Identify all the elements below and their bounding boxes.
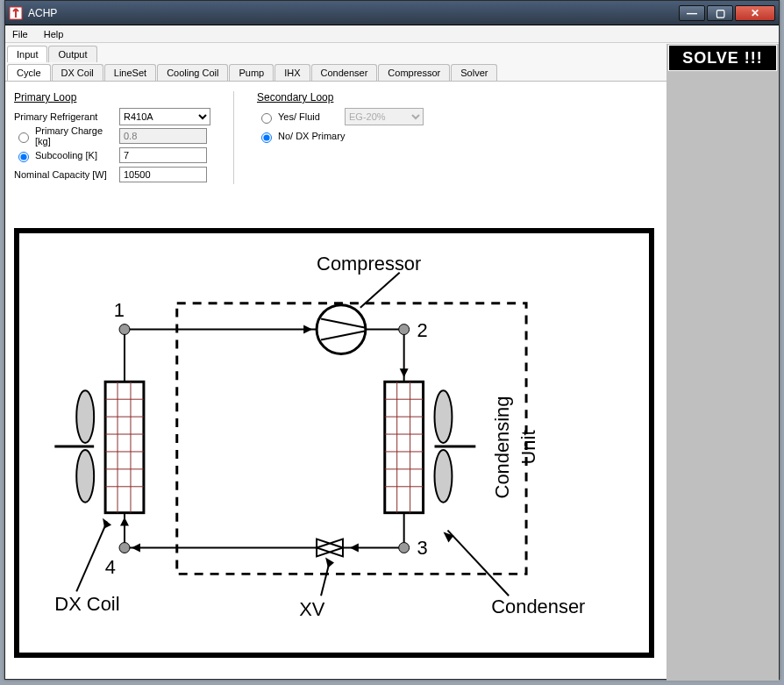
svg-point-10	[119, 325, 130, 335]
primary-loop-group: Primary Loop Primary Refrigerant R410A P…	[14, 91, 210, 184]
svg-text:3: 3	[417, 537, 428, 559]
tab-dxcoil[interactable]: DX Coil	[52, 64, 103, 81]
svg-text:Condenser: Condenser	[491, 596, 585, 617]
secondary-yes-radio[interactable]	[261, 113, 272, 124]
secondary-no-radio[interactable]	[261, 132, 272, 143]
svg-text:1: 1	[114, 299, 125, 321]
capacity-label: Nominal Capacity [W]	[14, 169, 119, 180]
content-area: Primary Loop Primary Refrigerant R410A P…	[5, 82, 668, 667]
svg-text:DX Coil: DX Coil	[54, 593, 119, 615]
subcooling-label[interactable]: Subcooling [K]	[14, 149, 119, 162]
solve-panel: SOLVE !!!	[666, 44, 779, 681]
secondary-no-label[interactable]: No/ DX Primary	[257, 130, 362, 143]
close-button[interactable]: ✕	[735, 5, 775, 21]
tab-compressor[interactable]: Compressor	[378, 64, 450, 81]
tab-input[interactable]: Input	[7, 46, 47, 62]
svg-text:2: 2	[417, 319, 428, 341]
refrigerant-label: Primary Refrigerant	[14, 111, 119, 122]
tab-coolingcoil[interactable]: Cooling Coil	[157, 64, 228, 81]
condenser-icon	[385, 382, 476, 512]
minimize-button[interactable]: —	[679, 5, 705, 21]
app-window: ACHP — ▢ ✕ File Help Input Output Cycle …	[4, 0, 780, 680]
top-tabs: Input Output	[5, 43, 779, 62]
charge-label[interactable]: Primary Charge [kg]	[14, 125, 119, 146]
tab-cycle[interactable]: Cycle	[7, 64, 51, 81]
menubar: File Help	[5, 25, 779, 43]
secondary-fluid-select: EG-20%	[345, 108, 424, 125]
titlebar: ACHP — ▢ ✕	[5, 1, 779, 25]
cycle-diagram: 1 2 3 4 Compressor	[14, 228, 654, 658]
svg-point-47	[435, 450, 453, 503]
svg-rect-23	[105, 382, 144, 512]
tab-condenser[interactable]: Condenser	[311, 64, 378, 81]
svg-line-21	[360, 273, 400, 308]
menu-help[interactable]: Help	[40, 27, 68, 41]
secondary-loop-header: Secondary Loop	[257, 91, 424, 103]
svg-text:Compressor: Compressor	[317, 253, 421, 275]
svg-line-49	[447, 531, 509, 596]
refrigerant-select[interactable]: R410A	[119, 108, 210, 125]
dx-coil-icon	[54, 382, 144, 512]
primary-loop-header: Primary Loop	[14, 91, 210, 103]
svg-point-32	[76, 390, 94, 443]
subcooling-field[interactable]	[119, 147, 207, 163]
svg-text:Unit: Unit	[517, 431, 539, 465]
secondary-yes-label[interactable]: Yes/ Fluid	[257, 111, 345, 124]
svg-point-46	[435, 390, 453, 443]
tab-ihx[interactable]: IHX	[274, 64, 310, 81]
maximize-button[interactable]: ▢	[707, 5, 733, 21]
capacity-field[interactable]	[119, 167, 207, 182]
svg-point-13	[119, 543, 130, 553]
divider	[233, 91, 234, 184]
solve-button[interactable]: SOLVE !!!	[668, 45, 777, 71]
svg-line-35	[76, 522, 107, 592]
svg-text:4: 4	[105, 556, 116, 578]
app-icon	[9, 6, 23, 20]
tab-pump[interactable]: Pump	[229, 64, 274, 81]
svg-point-11	[399, 325, 410, 335]
svg-point-12	[399, 543, 410, 553]
menu-file[interactable]: File	[9, 27, 32, 41]
svg-point-33	[76, 450, 94, 503]
tab-solver[interactable]: Solver	[451, 64, 497, 81]
secondary-loop-group: Secondary Loop Yes/ Fluid EG-20% No/ DX …	[257, 91, 424, 184]
svg-text:Condensing: Condensing	[491, 396, 513, 499]
charge-field	[119, 128, 207, 144]
window-title: ACHP	[28, 7, 57, 19]
subcooling-radio[interactable]	[18, 152, 29, 162]
xv-icon	[317, 539, 343, 557]
tab-lineset[interactable]: LineSet	[104, 64, 156, 81]
svg-rect-37	[385, 382, 424, 512]
svg-point-18	[317, 305, 366, 354]
tab-output[interactable]: Output	[48, 46, 96, 62]
charge-radio[interactable]	[18, 132, 29, 143]
window-buttons: — ▢ ✕	[679, 5, 775, 21]
sub-tabs: Cycle DX Coil LineSet Cooling Coil Pump …	[5, 62, 779, 82]
svg-text:XV: XV	[299, 598, 325, 620]
